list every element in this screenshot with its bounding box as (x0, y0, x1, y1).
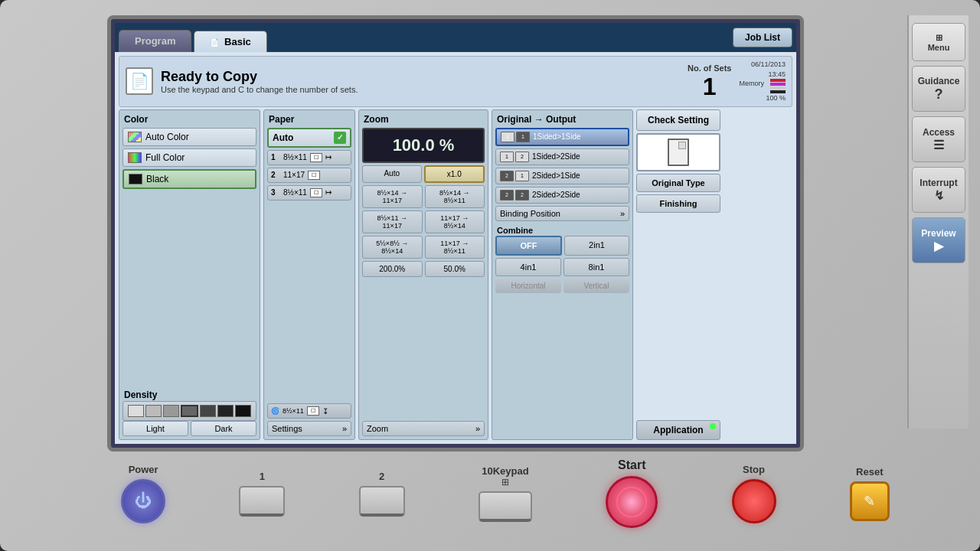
out-icon-1: 1 (516, 132, 530, 142)
paper-size-2-button[interactable]: 2 11×17 ☐ (267, 168, 351, 183)
interrupt-label: Interrupt (920, 178, 957, 188)
power-button[interactable]: ⏻ (121, 479, 165, 523)
output-1sided-1side-button[interactable]: 1 1 1Sided>1Side (495, 128, 629, 146)
reset-button[interactable]: ✎ (850, 481, 890, 521)
zoom-opt-5[interactable]: 5½×8½ →8½×14 (362, 236, 423, 259)
btn1-label: 1 (260, 471, 265, 482)
density-seg-mid (181, 405, 198, 417)
preview-button[interactable]: Preview ▶ (912, 217, 965, 263)
copy-icon: 📄 (126, 67, 153, 95)
zoom-opt-1[interactable]: 8½×14 →11×17 (362, 185, 423, 208)
zoom-200-button[interactable]: 200.0% (362, 261, 423, 277)
zoom-auto-row: Auto x1.0 (362, 165, 485, 183)
tab-basic[interactable]: 📄 Basic (194, 31, 266, 52)
no-sets-value: 1 (703, 74, 717, 99)
combine-4in1-button[interactable]: 4in1 (495, 258, 561, 276)
density-label: Density (122, 389, 256, 401)
bypass-feed-icon: ↧ (322, 407, 328, 416)
zoom-opt-2[interactable]: 8½×14 →8½×11 (425, 185, 485, 208)
zoom-opt-6[interactable]: 11×17 →8½×11 (425, 236, 485, 259)
output-opt-1-label: 1Sided>2Side (532, 152, 580, 161)
tab-program[interactable]: Program (119, 30, 191, 52)
light-button[interactable]: Light (122, 421, 188, 436)
orig-icon-1: 1 (501, 132, 514, 142)
black-button[interactable]: Black (122, 169, 256, 189)
color-panel-label: Color (122, 113, 256, 126)
density-buttons: Light Dark (122, 421, 256, 436)
density-segments (128, 405, 251, 417)
horizontal-button[interactable]: Horizontal (495, 279, 561, 293)
tab-program-label: Program (135, 35, 175, 47)
zoom-panel: Zoom 100.0 % Auto x1.0 8½×14 →11×17 8½×1… (358, 109, 488, 440)
output-icons-3: 2 1 (500, 171, 529, 181)
zoom-display: 100.0 % (362, 128, 485, 163)
guidance-button[interactable]: Guidance ? (912, 66, 965, 112)
color-panel: Color Auto Color Full Color Black (119, 109, 260, 440)
zoom-row-1: 8½×14 →11×17 8½×14 →8½×11 (362, 185, 485, 208)
bottom-controls: Power ⏻ 1 2 10Keypad ⊞ Start Stop (77, 451, 934, 536)
zoom-settings-button[interactable]: Zoom » (362, 421, 485, 436)
job-list-label: Job List (745, 32, 780, 43)
access-button[interactable]: Access ☰ (912, 116, 965, 162)
zoom-opt-3[interactable]: 8½×11 →11×17 (362, 210, 423, 233)
paper-auto-label: Auto (273, 132, 293, 143)
key-1-button[interactable] (239, 486, 285, 517)
combine-8in1-button[interactable]: 8in1 (564, 258, 629, 276)
combine-2in1-button[interactable]: 2in1 (564, 236, 629, 256)
full-color-button[interactable]: Full Color (122, 148, 256, 167)
density-seg-6 (217, 405, 234, 417)
out-icon-3: 1 (515, 171, 529, 181)
combine-label: Combine (495, 225, 629, 236)
application-label: Application (653, 425, 703, 435)
original-type-button[interactable]: Original Type (636, 174, 720, 192)
zoom-50-button[interactable]: 50.0% (425, 261, 485, 277)
header-right-block: No. of Sets 1 (688, 64, 731, 99)
zoom-auto-button[interactable]: Auto (362, 165, 422, 183)
black-label: Black (146, 174, 168, 184)
check-setting-button[interactable]: Check Setting (636, 109, 720, 131)
screen-frame: Program 📄 Basic Job List 📄 Ready to Copy (107, 15, 804, 452)
bypass-tray-button[interactable]: 🌀 8½×11 ☐ ↧ (267, 403, 351, 419)
guidance-icon: ? (935, 86, 943, 103)
green-dot-indicator (710, 423, 716, 429)
paper-size-3-button[interactable]: 3 8½×11 ☐ ↦ (267, 185, 351, 201)
reset-label: Reset (856, 466, 883, 478)
zoom-pct-row: 200.0% 50.0% (362, 261, 485, 277)
paper-settings-button[interactable]: Settings » (267, 421, 351, 436)
application-button[interactable]: Application (636, 420, 720, 440)
density-bar (122, 401, 256, 421)
job-list-button[interactable]: Job List (733, 28, 792, 47)
combine-off-button[interactable]: OFF (495, 236, 562, 256)
keypad-button[interactable] (479, 491, 532, 522)
start-button-inner (616, 487, 647, 517)
paper-auto-button[interactable]: Auto ✓ (267, 128, 351, 148)
key-2-button[interactable] (359, 486, 405, 517)
menu-button[interactable]: ⊞ Menu (912, 23, 965, 61)
zoom-x1-button[interactable]: x1.0 (424, 165, 485, 183)
binding-position-button[interactable]: Binding Position » (495, 206, 629, 221)
output-2sided-1side-button[interactable]: 2 1 2Sided>1Side (495, 168, 629, 184)
paper-panel-label: Paper (267, 113, 351, 126)
output-opt-0-label: 1Sided>1Side (533, 132, 581, 141)
paper-size-1-button[interactable]: 1 8½×11 ☐ ↦ (267, 150, 351, 165)
combine-section: Combine OFF 2in1 4in1 8in1 Horizontal (495, 225, 629, 293)
start-group: Start (606, 458, 658, 528)
output-panel: Original → Output 1 1 1Sided>1Side 1 (492, 109, 633, 440)
auto-color-button[interactable]: Auto Color (122, 128, 256, 146)
combine-row-2: 4in1 8in1 (495, 258, 629, 276)
zoom-opt-4[interactable]: 11×17 →8½×14 (425, 210, 485, 233)
vertical-button[interactable]: Vertical (564, 279, 629, 293)
orig-icon-2: 1 (500, 152, 514, 162)
combine-row-1: OFF 2in1 (495, 236, 629, 256)
start-button[interactable] (606, 476, 658, 528)
output-2sided-2side-button[interactable]: 2 2 2Sided>2Side (495, 187, 629, 204)
access-label: Access (923, 127, 955, 138)
settings-arrow-icon: » (342, 424, 347, 433)
full-color-label: Full Color (145, 152, 185, 163)
interrupt-button[interactable]: Interrupt ↯ (912, 167, 965, 213)
finishing-button[interactable]: Finishing (636, 194, 720, 213)
zoom-row-2: 8½×11 →11×17 11×17 →8½×14 (362, 210, 485, 233)
dark-button[interactable]: Dark (191, 421, 256, 436)
output-1sided-2side-button[interactable]: 1 2 1Sided>2Side (495, 148, 629, 165)
stop-button[interactable] (732, 479, 776, 523)
